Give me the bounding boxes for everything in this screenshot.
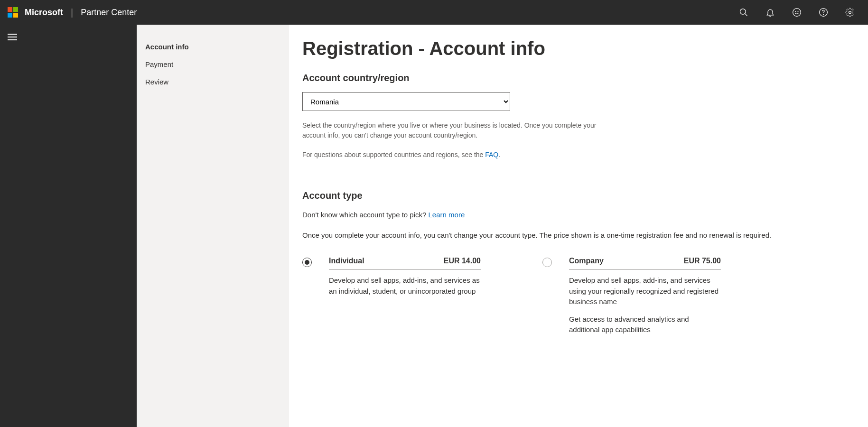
learn-more-link[interactable]: Learn more (429, 211, 465, 219)
left-rail (0, 25, 137, 427)
option-price: EUR 14.00 (444, 257, 481, 265)
svg-point-2 (793, 9, 801, 17)
brand-block: Microsoft | Partner Center (25, 7, 137, 18)
brand-name: Microsoft (25, 8, 63, 18)
product-name: Partner Center (81, 8, 137, 18)
page-title: Registration - Account info (302, 38, 855, 59)
top-icons (738, 7, 862, 18)
sidebar-item-review[interactable]: Review (145, 73, 289, 91)
notifications-icon[interactable] (765, 7, 776, 18)
country-section-title: Account country/region (302, 73, 855, 84)
settings-icon[interactable] (844, 7, 856, 18)
menu-icon[interactable] (3, 28, 22, 46)
svg-point-0 (740, 9, 746, 15)
option-desc: Develop and sell apps, add-ins, and serv… (329, 275, 481, 297)
faq-prefix: For questions about supported countries … (302, 151, 485, 158)
faq-line: For questions about supported countries … (302, 150, 597, 160)
faq-link[interactable]: FAQ (485, 151, 498, 158)
option-head: Individual EUR 14.00 (329, 257, 481, 269)
sidebar-item-label: Payment (145, 60, 173, 68)
sidebar-item-label: Review (145, 78, 168, 86)
radio-individual[interactable] (302, 258, 312, 267)
country-help-text: Select the country/region where you live… (302, 121, 597, 140)
radio-company[interactable] (542, 258, 552, 267)
sidebar-item-label: Account info (145, 43, 189, 51)
brand-divider: | (71, 7, 73, 18)
sidebar-item-account-info[interactable]: Account info (145, 38, 289, 56)
svg-point-3 (795, 11, 796, 12)
top-bar: Microsoft | Partner Center (0, 0, 868, 25)
side-nav: Account info Payment Review (137, 25, 289, 427)
help-icon[interactable] (818, 7, 829, 18)
option-desc: Develop and sell apps, add-ins, and serv… (569, 275, 721, 307)
option-desc-2: Get access to advanced analytics and add… (569, 314, 721, 335)
sidebar-item-payment[interactable]: Payment (145, 56, 289, 73)
svg-line-1 (745, 14, 747, 16)
option-head: Company EUR 75.00 (569, 257, 721, 269)
microsoft-logo-icon (8, 7, 18, 18)
option-price: EUR 75.00 (684, 257, 721, 265)
option-company: Company EUR 75.00 Develop and sell apps,… (542, 257, 721, 342)
option-individual: Individual EUR 14.00 Develop and sell ap… (302, 257, 481, 342)
type-section-title: Account type (302, 190, 855, 201)
country-select[interactable]: Romania (302, 92, 510, 111)
feedback-icon[interactable] (791, 7, 803, 18)
main-content: Registration - Account info Account coun… (289, 25, 868, 427)
svg-point-6 (823, 14, 824, 15)
account-type-options: Individual EUR 14.00 Develop and sell ap… (302, 257, 855, 342)
type-note: Once you complete your account info, you… (302, 230, 855, 241)
option-name: Company (569, 257, 604, 265)
country-select-wrap: Romania (302, 92, 510, 111)
search-icon[interactable] (738, 7, 749, 18)
svg-point-7 (849, 11, 851, 14)
type-prompt: Don't know which account type to pick? L… (302, 210, 855, 221)
svg-point-4 (798, 11, 798, 12)
faq-suffix: . (498, 151, 500, 158)
option-name: Individual (329, 257, 364, 265)
type-prompt-prefix: Don't know which account type to pick? (302, 211, 429, 219)
